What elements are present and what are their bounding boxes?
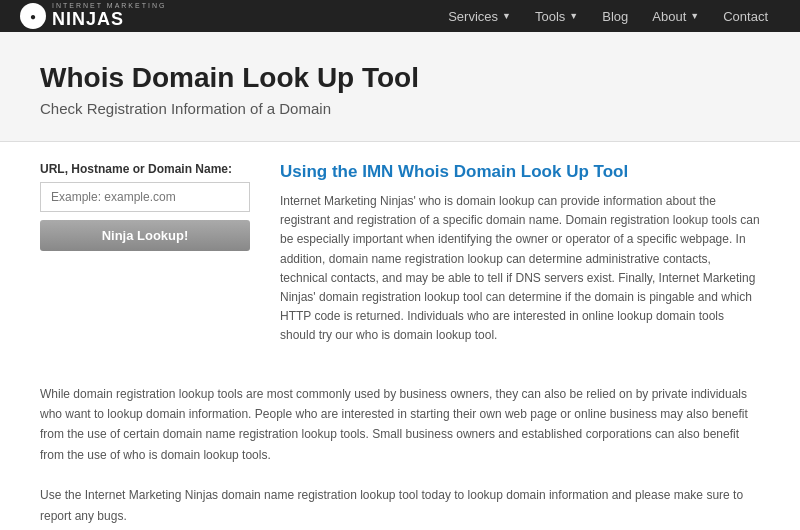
- lower-para1: While domain registration lookup tools a…: [40, 384, 760, 466]
- tools-caret-icon: ▼: [569, 11, 578, 21]
- lower-para2: Use the Internet Marketing Ninjas domain…: [40, 485, 760, 526]
- logo-name: NINJAS: [52, 9, 166, 30]
- page-subtitle: Check Registration Information of a Doma…: [40, 100, 760, 117]
- description-panel: Using the IMN Whois Domain Look Up Tool …: [280, 162, 760, 354]
- url-input[interactable]: [40, 182, 250, 212]
- about-caret-icon: ▼: [690, 11, 699, 21]
- logo-circle: ●: [20, 3, 46, 29]
- lookup-panel: URL, Hostname or Domain Name: Ninja Look…: [40, 162, 250, 354]
- description-title: Using the IMN Whois Domain Look Up Tool: [280, 162, 760, 182]
- services-caret-icon: ▼: [502, 11, 511, 21]
- nav-item-contact[interactable]: Contact: [711, 0, 780, 32]
- nav-item-services[interactable]: Services ▼: [436, 0, 523, 32]
- logo-tagline: INTERNET MARKETING: [52, 2, 166, 9]
- logo-text-block: INTERNET MARKETING NINJAS: [52, 2, 166, 30]
- navbar: ● INTERNET MARKETING NINJAS Services ▼ T…: [0, 0, 800, 32]
- description-para1: Internet Marketing Ninjas' who is domain…: [280, 192, 760, 346]
- lower-text-section: While domain registration lookup tools a…: [0, 374, 800, 531]
- hero-section: Whois Domain Look Up Tool Check Registra…: [0, 32, 800, 142]
- url-input-label: URL, Hostname or Domain Name:: [40, 162, 250, 176]
- page-title: Whois Domain Look Up Tool: [40, 62, 760, 94]
- content-grid: URL, Hostname or Domain Name: Ninja Look…: [40, 162, 760, 354]
- lookup-button[interactable]: Ninja Lookup!: [40, 220, 250, 251]
- logo: ● INTERNET MARKETING NINJAS: [20, 2, 166, 30]
- nav-item-blog[interactable]: Blog: [590, 0, 640, 32]
- main-content: URL, Hostname or Domain Name: Ninja Look…: [0, 142, 800, 374]
- nav-item-tools[interactable]: Tools ▼: [523, 0, 590, 32]
- nav-item-about[interactable]: About ▼: [640, 0, 711, 32]
- nav-links: Services ▼ Tools ▼ Blog About ▼ Contact: [436, 0, 780, 32]
